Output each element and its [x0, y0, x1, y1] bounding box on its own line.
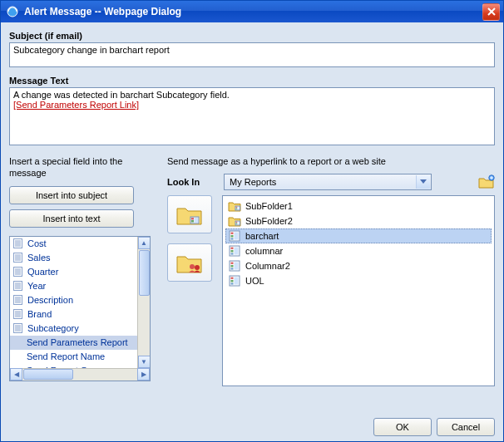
subject-label: Subject (if email): [9, 31, 495, 41]
scroll-right-button[interactable]: ▶: [137, 368, 150, 381]
field-icon: [13, 238, 24, 249]
fields-list[interactable]: CostSalesQuarterYearDescriptionBrandSubc…: [9, 236, 151, 381]
svg-rect-44: [236, 207, 238, 208]
vertical-scrollbar[interactable]: ▲ ▼: [137, 237, 150, 368]
scroll-down-button[interactable]: ▼: [138, 356, 151, 368]
field-icon: [13, 281, 24, 292]
svg-rect-51: [231, 235, 234, 238]
field-item-label: Subcategory: [27, 323, 79, 333]
close-button[interactable]: [482, 3, 500, 21]
field-item[interactable]: Description: [10, 293, 150, 307]
report-icon: [228, 259, 241, 273]
new-folder-icon[interactable]: [478, 174, 495, 189]
chevron-down-icon[interactable]: [416, 175, 430, 189]
svg-rect-48: [236, 223, 238, 224]
left-column: Insert a special field into the message …: [9, 155, 151, 413]
file-item-label: SubFolder2: [245, 216, 293, 226]
file-item-label: UOL: [245, 276, 264, 286]
field-item[interactable]: Brand: [10, 307, 150, 322]
insert-help-text: Insert a special field into the message: [9, 155, 151, 179]
field-item[interactable]: Send Parameters Report: [10, 336, 150, 350]
subject-input[interactable]: Subcategory change in barchart report: [9, 42, 495, 67]
field-item[interactable]: Year: [10, 279, 150, 293]
parameters-report-link[interactable]: [Send Parameters Report Link]: [13, 100, 139, 110]
svg-rect-6: [14, 253, 22, 262]
svg-rect-58: [235, 248, 239, 255]
folder-icon: [228, 199, 241, 213]
hyperlink-help-text: Send message as a hyperlink to a report …: [167, 155, 495, 167]
svg-rect-11: [14, 267, 22, 276]
message-value: A change was detected in barchart Subcat…: [13, 90, 491, 100]
dialog-footer: OK Cancel: [9, 413, 495, 436]
my-reports-folder-button[interactable]: [167, 195, 212, 233]
svg-rect-60: [231, 263, 234, 265]
svg-rect-66: [231, 280, 234, 282]
svg-rect-50: [231, 233, 234, 235]
message-input[interactable]: A change was detected in barchart Subcat…: [9, 87, 495, 145]
svg-point-0: [7, 7, 17, 17]
message-label: Message Text: [9, 76, 495, 86]
look-in-value: My Reports: [230, 177, 276, 187]
field-icon: [13, 253, 24, 263]
file-item[interactable]: SubFolder2: [225, 214, 492, 228]
svg-rect-16: [14, 281, 22, 290]
svg-rect-61: [231, 265, 234, 268]
field-item[interactable]: Cost: [10, 237, 150, 251]
field-item-label: Year: [27, 281, 46, 291]
file-list[interactable]: SubFolder1SubFolder2barchartcolumnarColu…: [222, 195, 495, 386]
file-item[interactable]: columnar: [225, 243, 492, 258]
shared-reports-folder-button[interactable]: [167, 243, 212, 282]
svg-point-42: [195, 265, 200, 270]
cancel-button[interactable]: Cancel: [437, 418, 495, 436]
svg-rect-26: [14, 309, 22, 318]
svg-rect-56: [231, 250, 234, 253]
field-item[interactable]: Send Report Name: [10, 350, 150, 364]
svg-rect-52: [231, 238, 234, 240]
field-item-label: Send Parameters Report: [27, 337, 128, 347]
svg-rect-39: [191, 220, 194, 223]
svg-rect-40: [195, 218, 198, 223]
folder-shortcut-column: [167, 195, 212, 413]
field-item[interactable]: Subcategory: [10, 322, 150, 336]
horizontal-scrollbar[interactable]: ◀ ▶: [10, 368, 150, 381]
file-item[interactable]: Columnar2: [225, 258, 492, 273]
file-item[interactable]: barchart: [225, 228, 492, 243]
field-item[interactable]: Quarter: [10, 265, 150, 279]
file-item[interactable]: SubFolder1: [225, 199, 492, 214]
svg-rect-31: [14, 323, 22, 332]
insert-into-text-button[interactable]: Insert into text: [9, 209, 134, 228]
file-item-label: SubFolder1: [245, 201, 293, 211]
insert-into-subject-button[interactable]: Insert into subject: [9, 186, 134, 204]
field-item-label: Send Report Name: [27, 351, 105, 361]
right-column: Send message as a hyperlink to a report …: [167, 155, 495, 413]
field-item[interactable]: Sales: [10, 251, 150, 265]
file-item-label: barchart: [245, 231, 279, 241]
scroll-up-button[interactable]: ▲: [138, 237, 151, 249]
subject-value: Subcategory change in barchart report: [13, 45, 170, 55]
look-in-label: Look In: [167, 177, 224, 187]
svg-rect-1: [14, 238, 22, 248]
window-title: Alert Message -- Webpage Dialog: [24, 6, 482, 17]
folder-icon: [228, 214, 241, 228]
svg-rect-57: [231, 253, 234, 255]
look-in-combobox[interactable]: My Reports: [224, 174, 432, 190]
report-icon: [228, 274, 241, 287]
file-item[interactable]: UOL: [225, 273, 492, 288]
field-item-label: Description: [27, 295, 73, 305]
svg-rect-62: [231, 268, 234, 270]
ie-icon: [6, 5, 19, 18]
svg-rect-67: [231, 283, 234, 285]
scroll-thumb-vertical[interactable]: [139, 250, 150, 296]
svg-rect-53: [235, 233, 239, 240]
field-icon: [13, 267, 24, 277]
svg-rect-65: [231, 277, 234, 280]
ok-button[interactable]: OK: [373, 418, 432, 436]
svg-rect-21: [14, 295, 22, 304]
field-item-label: Sales: [27, 253, 51, 263]
svg-rect-63: [235, 263, 239, 270]
scroll-thumb-horizontal[interactable]: [23, 369, 73, 380]
svg-rect-45: [236, 209, 238, 209]
scroll-left-button[interactable]: ◀: [10, 368, 22, 381]
field-icon: [13, 295, 24, 306]
field-item-label: Quarter: [27, 267, 58, 277]
